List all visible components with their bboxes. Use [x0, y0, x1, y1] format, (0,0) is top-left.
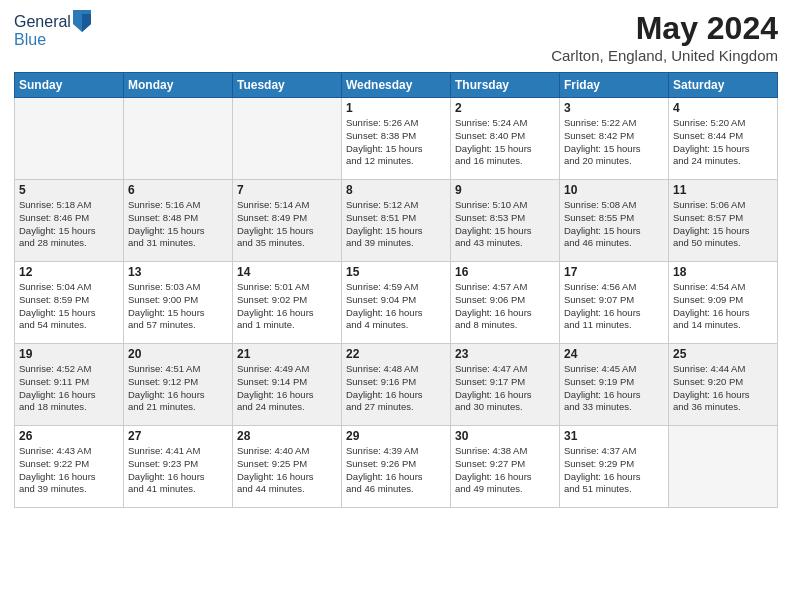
day-number: 4: [673, 101, 773, 115]
day-number: 28: [237, 429, 337, 443]
calendar-page: General Blue May 2024 Carlton, England, …: [0, 0, 792, 612]
day-info: Sunrise: 4:56 AM Sunset: 9:07 PM Dayligh…: [564, 281, 664, 332]
day-number: 2: [455, 101, 555, 115]
col-friday: Friday: [560, 73, 669, 98]
day-number: 17: [564, 265, 664, 279]
table-row: [669, 426, 778, 508]
day-info: Sunrise: 4:39 AM Sunset: 9:26 PM Dayligh…: [346, 445, 446, 496]
col-thursday: Thursday: [451, 73, 560, 98]
day-number: 13: [128, 265, 228, 279]
table-row: 20Sunrise: 4:51 AM Sunset: 9:12 PM Dayli…: [124, 344, 233, 426]
table-row: 11Sunrise: 5:06 AM Sunset: 8:57 PM Dayli…: [669, 180, 778, 262]
day-number: 8: [346, 183, 446, 197]
calendar-header-row: Sunday Monday Tuesday Wednesday Thursday…: [15, 73, 778, 98]
day-info: Sunrise: 5:01 AM Sunset: 9:02 PM Dayligh…: [237, 281, 337, 332]
table-row: 1Sunrise: 5:26 AM Sunset: 8:38 PM Daylig…: [342, 98, 451, 180]
day-info: Sunrise: 5:20 AM Sunset: 8:44 PM Dayligh…: [673, 117, 773, 168]
day-number: 1: [346, 101, 446, 115]
table-row: [124, 98, 233, 180]
table-row: 4Sunrise: 5:20 AM Sunset: 8:44 PM Daylig…: [669, 98, 778, 180]
table-row: 7Sunrise: 5:14 AM Sunset: 8:49 PM Daylig…: [233, 180, 342, 262]
table-row: 17Sunrise: 4:56 AM Sunset: 9:07 PM Dayli…: [560, 262, 669, 344]
table-row: 26Sunrise: 4:43 AM Sunset: 9:22 PM Dayli…: [15, 426, 124, 508]
col-saturday: Saturday: [669, 73, 778, 98]
day-number: 22: [346, 347, 446, 361]
col-tuesday: Tuesday: [233, 73, 342, 98]
table-row: 24Sunrise: 4:45 AM Sunset: 9:19 PM Dayli…: [560, 344, 669, 426]
day-number: 30: [455, 429, 555, 443]
day-number: 15: [346, 265, 446, 279]
day-info: Sunrise: 4:48 AM Sunset: 9:16 PM Dayligh…: [346, 363, 446, 414]
table-row: 16Sunrise: 4:57 AM Sunset: 9:06 PM Dayli…: [451, 262, 560, 344]
table-row: 18Sunrise: 4:54 AM Sunset: 9:09 PM Dayli…: [669, 262, 778, 344]
day-number: 29: [346, 429, 446, 443]
table-row: 31Sunrise: 4:37 AM Sunset: 9:29 PM Dayli…: [560, 426, 669, 508]
table-row: 27Sunrise: 4:41 AM Sunset: 9:23 PM Dayli…: [124, 426, 233, 508]
day-number: 24: [564, 347, 664, 361]
table-row: 13Sunrise: 5:03 AM Sunset: 9:00 PM Dayli…: [124, 262, 233, 344]
day-number: 11: [673, 183, 773, 197]
table-row: 8Sunrise: 5:12 AM Sunset: 8:51 PM Daylig…: [342, 180, 451, 262]
day-info: Sunrise: 5:06 AM Sunset: 8:57 PM Dayligh…: [673, 199, 773, 250]
col-wednesday: Wednesday: [342, 73, 451, 98]
day-info: Sunrise: 4:38 AM Sunset: 9:27 PM Dayligh…: [455, 445, 555, 496]
day-number: 6: [128, 183, 228, 197]
table-row: 30Sunrise: 4:38 AM Sunset: 9:27 PM Dayli…: [451, 426, 560, 508]
table-row: 22Sunrise: 4:48 AM Sunset: 9:16 PM Dayli…: [342, 344, 451, 426]
logo-general-text: General: [14, 13, 71, 31]
main-title: May 2024: [551, 10, 778, 47]
table-row: 28Sunrise: 4:40 AM Sunset: 9:25 PM Dayli…: [233, 426, 342, 508]
table-row: 29Sunrise: 4:39 AM Sunset: 9:26 PM Dayli…: [342, 426, 451, 508]
table-row: 9Sunrise: 5:10 AM Sunset: 8:53 PM Daylig…: [451, 180, 560, 262]
calendar-table: Sunday Monday Tuesday Wednesday Thursday…: [14, 72, 778, 508]
day-number: 9: [455, 183, 555, 197]
day-info: Sunrise: 4:59 AM Sunset: 9:04 PM Dayligh…: [346, 281, 446, 332]
day-number: 5: [19, 183, 119, 197]
table-row: 15Sunrise: 4:59 AM Sunset: 9:04 PM Dayli…: [342, 262, 451, 344]
day-info: Sunrise: 4:45 AM Sunset: 9:19 PM Dayligh…: [564, 363, 664, 414]
calendar-week-row: 19Sunrise: 4:52 AM Sunset: 9:11 PM Dayli…: [15, 344, 778, 426]
logo: General Blue: [14, 10, 91, 49]
subtitle: Carlton, England, United Kingdom: [551, 47, 778, 64]
logo-icon: [73, 10, 91, 32]
table-row: 21Sunrise: 4:49 AM Sunset: 9:14 PM Dayli…: [233, 344, 342, 426]
table-row: 6Sunrise: 5:16 AM Sunset: 8:48 PM Daylig…: [124, 180, 233, 262]
calendar-week-row: 1Sunrise: 5:26 AM Sunset: 8:38 PM Daylig…: [15, 98, 778, 180]
day-number: 3: [564, 101, 664, 115]
day-info: Sunrise: 5:16 AM Sunset: 8:48 PM Dayligh…: [128, 199, 228, 250]
table-row: 23Sunrise: 4:47 AM Sunset: 9:17 PM Dayli…: [451, 344, 560, 426]
logo-blue-text: Blue: [14, 31, 46, 48]
day-info: Sunrise: 4:44 AM Sunset: 9:20 PM Dayligh…: [673, 363, 773, 414]
table-row: 14Sunrise: 5:01 AM Sunset: 9:02 PM Dayli…: [233, 262, 342, 344]
table-row: 2Sunrise: 5:24 AM Sunset: 8:40 PM Daylig…: [451, 98, 560, 180]
table-row: 5Sunrise: 5:18 AM Sunset: 8:46 PM Daylig…: [15, 180, 124, 262]
day-number: 14: [237, 265, 337, 279]
table-row: 25Sunrise: 4:44 AM Sunset: 9:20 PM Dayli…: [669, 344, 778, 426]
day-number: 26: [19, 429, 119, 443]
day-info: Sunrise: 4:43 AM Sunset: 9:22 PM Dayligh…: [19, 445, 119, 496]
calendar-week-row: 5Sunrise: 5:18 AM Sunset: 8:46 PM Daylig…: [15, 180, 778, 262]
day-number: 23: [455, 347, 555, 361]
table-row: 10Sunrise: 5:08 AM Sunset: 8:55 PM Dayli…: [560, 180, 669, 262]
day-number: 16: [455, 265, 555, 279]
day-number: 20: [128, 347, 228, 361]
day-info: Sunrise: 4:51 AM Sunset: 9:12 PM Dayligh…: [128, 363, 228, 414]
day-info: Sunrise: 5:12 AM Sunset: 8:51 PM Dayligh…: [346, 199, 446, 250]
table-row: [233, 98, 342, 180]
day-number: 25: [673, 347, 773, 361]
day-info: Sunrise: 4:37 AM Sunset: 9:29 PM Dayligh…: [564, 445, 664, 496]
page-header: General Blue May 2024 Carlton, England, …: [14, 10, 778, 64]
day-number: 31: [564, 429, 664, 443]
table-row: 3Sunrise: 5:22 AM Sunset: 8:42 PM Daylig…: [560, 98, 669, 180]
day-number: 10: [564, 183, 664, 197]
day-info: Sunrise: 5:18 AM Sunset: 8:46 PM Dayligh…: [19, 199, 119, 250]
calendar-week-row: 26Sunrise: 4:43 AM Sunset: 9:22 PM Dayli…: [15, 426, 778, 508]
day-info: Sunrise: 4:41 AM Sunset: 9:23 PM Dayligh…: [128, 445, 228, 496]
day-info: Sunrise: 4:57 AM Sunset: 9:06 PM Dayligh…: [455, 281, 555, 332]
table-row: 19Sunrise: 4:52 AM Sunset: 9:11 PM Dayli…: [15, 344, 124, 426]
day-number: 12: [19, 265, 119, 279]
day-number: 27: [128, 429, 228, 443]
col-monday: Monday: [124, 73, 233, 98]
day-number: 18: [673, 265, 773, 279]
table-row: 12Sunrise: 5:04 AM Sunset: 8:59 PM Dayli…: [15, 262, 124, 344]
